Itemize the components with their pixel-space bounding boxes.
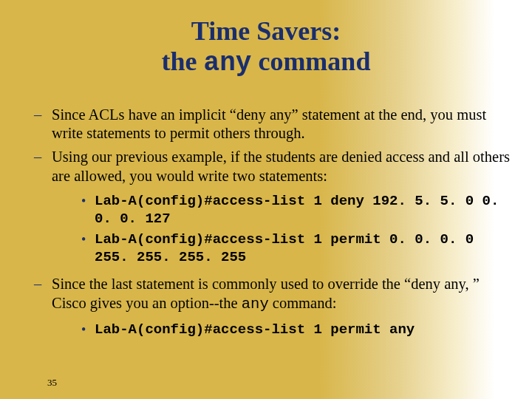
bullet-3-mono: any [242, 296, 269, 313]
bullet-1: Since ACLs have an implicit “deny any” s… [33, 106, 510, 143]
title-line-1: Time Savers: [0, 16, 532, 47]
slide-title: Time Savers: the any command [0, 0, 532, 86]
title-pre: the [162, 47, 204, 76]
code-group-1: Lab-A(config)#access-list 1 deny 192. 5.… [33, 190, 510, 275]
code-line-1: Lab-A(config)#access-list 1 deny 192. 5.… [81, 193, 510, 228]
bullet-3-post: command: [269, 295, 337, 311]
code-group-2: Lab-A(config)#access-list 1 permit any [33, 318, 510, 348]
code-line-3: Lab-A(config)#access-list 1 permit any [81, 321, 510, 339]
code-line-2: Lab-A(config)#access-list 1 permit 0. 0.… [81, 231, 510, 267]
slide: Time Savers: the any command Since ACLs … [0, 0, 532, 399]
title-mono: any [204, 48, 252, 78]
page-number: 35 [47, 377, 57, 389]
slide-content: Since ACLs have an implicit “deny any” s… [0, 86, 532, 348]
title-line-2: the any command [0, 47, 532, 78]
title-post: command [251, 47, 370, 76]
bullet-2: Using our previous example, if the stude… [33, 148, 510, 185]
bullet-3: Since the last statement is commonly use… [33, 275, 510, 313]
